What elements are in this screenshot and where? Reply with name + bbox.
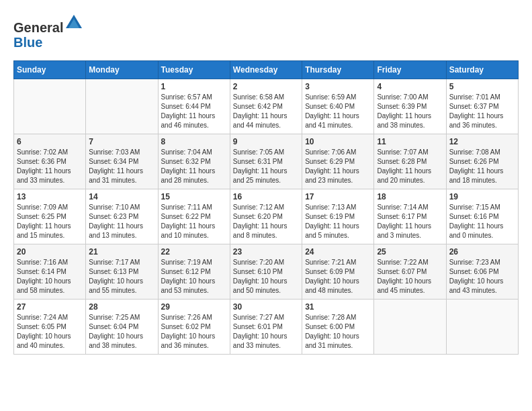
day-number: 11 — [377, 137, 443, 146]
calendar-cell — [374, 300, 446, 355]
day-info: Sunrise: 7:19 AM Sunset: 6:12 PM Dayligh… — [161, 258, 227, 295]
day-info: Sunrise: 7:10 AM Sunset: 6:23 PM Dayligh… — [89, 203, 154, 240]
calendar-cell: 20Sunrise: 7:16 AM Sunset: 6:14 PM Dayli… — [14, 244, 86, 300]
day-info: Sunrise: 7:15 AM Sunset: 6:16 PM Dayligh… — [449, 203, 515, 240]
calendar-cell — [446, 300, 518, 355]
day-number: 25 — [377, 247, 443, 257]
day-info: Sunrise: 7:02 AM Sunset: 6:36 PM Dayligh… — [17, 148, 83, 185]
day-of-week-header: Saturday — [446, 61, 518, 79]
day-of-week-header: Tuesday — [158, 61, 230, 79]
day-number: 20 — [17, 247, 83, 257]
day-info: Sunrise: 7:23 AM Sunset: 6:06 PM Dayligh… — [449, 258, 515, 295]
day-info: Sunrise: 7:27 AM Sunset: 6:01 PM Dayligh… — [233, 313, 299, 351]
calendar-cell: 18Sunrise: 7:14 AM Sunset: 6:17 PM Dayli… — [374, 189, 446, 244]
day-number: 13 — [17, 192, 83, 201]
day-info: Sunrise: 7:14 AM Sunset: 6:17 PM Dayligh… — [377, 203, 443, 240]
calendar-cell: 9Sunrise: 7:05 AM Sunset: 6:31 PM Daylig… — [230, 134, 302, 189]
day-number: 23 — [233, 247, 299, 257]
day-info: Sunrise: 7:06 AM Sunset: 6:29 PM Dayligh… — [305, 148, 371, 185]
page-header: General Blue — [13, 13, 519, 50]
day-number: 18 — [377, 192, 443, 201]
day-info: Sunrise: 7:04 AM Sunset: 6:32 PM Dayligh… — [161, 148, 227, 185]
day-number: 7 — [89, 137, 154, 146]
day-info: Sunrise: 7:11 AM Sunset: 6:22 PM Dayligh… — [161, 203, 227, 240]
calendar-cell: 13Sunrise: 7:09 AM Sunset: 6:25 PM Dayli… — [14, 189, 86, 244]
calendar-week-row: 27Sunrise: 7:24 AM Sunset: 6:05 PM Dayli… — [14, 300, 519, 355]
day-info: Sunrise: 7:28 AM Sunset: 6:00 PM Dayligh… — [305, 313, 371, 351]
day-number: 22 — [161, 247, 227, 257]
day-number: 8 — [161, 137, 227, 146]
calendar-cell: 15Sunrise: 7:11 AM Sunset: 6:22 PM Dayli… — [158, 189, 230, 244]
calendar-cell: 30Sunrise: 7:27 AM Sunset: 6:01 PM Dayli… — [230, 300, 302, 355]
calendar-cell: 8Sunrise: 7:04 AM Sunset: 6:32 PM Daylig… — [158, 134, 230, 189]
calendar-cell: 11Sunrise: 7:07 AM Sunset: 6:28 PM Dayli… — [374, 134, 446, 189]
day-number: 5 — [449, 82, 515, 91]
day-info: Sunrise: 7:08 AM Sunset: 6:26 PM Dayligh… — [449, 148, 515, 185]
day-number: 30 — [233, 302, 299, 312]
calendar-week-row: 13Sunrise: 7:09 AM Sunset: 6:25 PM Dayli… — [14, 189, 519, 244]
calendar-cell: 24Sunrise: 7:21 AM Sunset: 6:09 PM Dayli… — [302, 244, 374, 300]
day-number: 3 — [305, 82, 371, 91]
calendar-cell: 10Sunrise: 7:06 AM Sunset: 6:29 PM Dayli… — [302, 134, 374, 189]
day-number: 28 — [89, 302, 154, 312]
day-info: Sunrise: 7:09 AM Sunset: 6:25 PM Dayligh… — [17, 203, 83, 240]
calendar-cell: 31Sunrise: 7:28 AM Sunset: 6:00 PM Dayli… — [302, 300, 374, 355]
day-number: 21 — [89, 247, 154, 257]
day-of-week-header: Monday — [86, 61, 158, 79]
day-info: Sunrise: 7:13 AM Sunset: 6:19 PM Dayligh… — [305, 203, 371, 240]
day-number: 31 — [305, 302, 371, 312]
day-info: Sunrise: 7:00 AM Sunset: 6:39 PM Dayligh… — [377, 93, 443, 130]
day-number: 2 — [233, 82, 299, 91]
calendar-cell — [14, 79, 86, 134]
calendar-cell: 5Sunrise: 7:01 AM Sunset: 6:37 PM Daylig… — [446, 79, 518, 134]
day-number: 29 — [161, 302, 227, 312]
day-number: 15 — [161, 192, 227, 201]
day-number: 17 — [305, 192, 371, 201]
calendar-cell: 22Sunrise: 7:19 AM Sunset: 6:12 PM Dayli… — [158, 244, 230, 300]
calendar-table: SundayMondayTuesdayWednesdayThursdayFrid… — [13, 60, 519, 355]
calendar-cell: 1Sunrise: 6:57 AM Sunset: 6:44 PM Daylig… — [158, 79, 230, 134]
day-info: Sunrise: 7:12 AM Sunset: 6:20 PM Dayligh… — [233, 203, 299, 240]
day-info: Sunrise: 6:57 AM Sunset: 6:44 PM Dayligh… — [161, 93, 227, 130]
day-info: Sunrise: 7:25 AM Sunset: 6:04 PM Dayligh… — [89, 313, 154, 351]
calendar-week-row: 6Sunrise: 7:02 AM Sunset: 6:36 PM Daylig… — [14, 134, 519, 189]
day-info: Sunrise: 7:16 AM Sunset: 6:14 PM Dayligh… — [17, 258, 83, 295]
logo-icon — [64, 13, 83, 32]
calendar-cell: 6Sunrise: 7:02 AM Sunset: 6:36 PM Daylig… — [14, 134, 86, 189]
day-info: Sunrise: 7:22 AM Sunset: 6:07 PM Dayligh… — [377, 258, 443, 295]
calendar-cell: 19Sunrise: 7:15 AM Sunset: 6:16 PM Dayli… — [446, 189, 518, 244]
calendar-cell: 21Sunrise: 7:17 AM Sunset: 6:13 PM Dayli… — [86, 244, 158, 300]
calendar-cell: 27Sunrise: 7:24 AM Sunset: 6:05 PM Dayli… — [14, 300, 86, 355]
day-of-week-header: Sunday — [14, 61, 86, 79]
day-number: 26 — [449, 247, 515, 257]
day-of-week-header: Thursday — [302, 61, 374, 79]
calendar-cell: 12Sunrise: 7:08 AM Sunset: 6:26 PM Dayli… — [446, 134, 518, 189]
calendar-cell: 25Sunrise: 7:22 AM Sunset: 6:07 PM Dayli… — [374, 244, 446, 300]
calendar-cell: 2Sunrise: 6:58 AM Sunset: 6:42 PM Daylig… — [230, 79, 302, 134]
logo: General Blue — [13, 13, 83, 50]
logo-blue-text: Blue — [13, 35, 42, 50]
calendar-cell: 16Sunrise: 7:12 AM Sunset: 6:20 PM Dayli… — [230, 189, 302, 244]
calendar-cell: 28Sunrise: 7:25 AM Sunset: 6:04 PM Dayli… — [86, 300, 158, 355]
day-number: 14 — [89, 192, 154, 201]
day-number: 12 — [449, 137, 515, 146]
calendar-cell: 17Sunrise: 7:13 AM Sunset: 6:19 PM Dayli… — [302, 189, 374, 244]
calendar-cell: 29Sunrise: 7:26 AM Sunset: 6:02 PM Dayli… — [158, 300, 230, 355]
calendar-cell: 4Sunrise: 7:00 AM Sunset: 6:39 PM Daylig… — [374, 79, 446, 134]
day-info: Sunrise: 7:24 AM Sunset: 6:05 PM Dayligh… — [17, 313, 83, 351]
day-number: 16 — [233, 192, 299, 201]
day-info: Sunrise: 7:07 AM Sunset: 6:28 PM Dayligh… — [377, 148, 443, 185]
calendar-cell: 26Sunrise: 7:23 AM Sunset: 6:06 PM Dayli… — [446, 244, 518, 300]
day-number: 1 — [161, 82, 227, 91]
calendar-cell: 3Sunrise: 6:59 AM Sunset: 6:40 PM Daylig… — [302, 79, 374, 134]
day-of-week-header: Wednesday — [230, 61, 302, 79]
day-of-week-header: Friday — [374, 61, 446, 79]
day-info: Sunrise: 7:26 AM Sunset: 6:02 PM Dayligh… — [161, 313, 227, 351]
day-number: 10 — [305, 137, 371, 146]
day-info: Sunrise: 7:21 AM Sunset: 6:09 PM Dayligh… — [305, 258, 371, 295]
calendar-cell: 23Sunrise: 7:20 AM Sunset: 6:10 PM Dayli… — [230, 244, 302, 300]
calendar-cell: 7Sunrise: 7:03 AM Sunset: 6:34 PM Daylig… — [86, 134, 158, 189]
day-number: 9 — [233, 137, 299, 146]
day-info: Sunrise: 6:58 AM Sunset: 6:42 PM Dayligh… — [233, 93, 299, 130]
day-info: Sunrise: 7:01 AM Sunset: 6:37 PM Dayligh… — [449, 93, 515, 130]
